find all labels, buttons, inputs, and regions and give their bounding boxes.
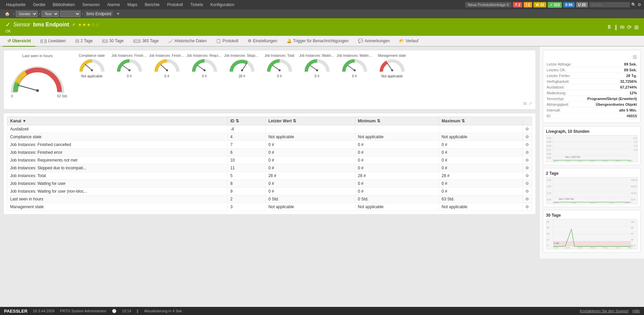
badge-critical[interactable]: !! 2	[513, 2, 523, 7]
th-maximum[interactable]: Maximum ⇅	[439, 117, 523, 125]
cell-max: 28 #	[439, 172, 523, 180]
svg-text:-0,2: -0,2	[634, 141, 637, 143]
tab-365tage[interactable]: 365 365 Tage	[128, 36, 164, 47]
30tage-badge: 30	[102, 39, 108, 43]
mail-icon[interactable]: ✉	[620, 24, 624, 30]
cell-kanal: Management state	[7, 203, 228, 211]
th-minimum[interactable]: Minimum ⇅	[355, 117, 439, 125]
svg-text:63 Std.: 63 Std.	[57, 94, 68, 98]
tab-uebersicht[interactable]: ↺ Übersicht	[3, 36, 35, 47]
cell-action[interactable]: ⚙	[523, 125, 532, 133]
row-link-icon[interactable]: ⚙	[525, 127, 529, 131]
tab-anmerkungen[interactable]: 💬 Anmerkungen	[353, 36, 395, 47]
pause-icon[interactable]: ⏸	[606, 24, 612, 30]
gauge-compliance: Compliance state Not applicable	[74, 54, 110, 78]
breadcrumb-sep1: ›	[13, 11, 15, 16]
cell-action[interactable]: ⚙	[523, 195, 532, 203]
cell-kanal: Job Instances: Requirements not met	[7, 156, 228, 164]
two-days-chart-section: 2 Tage 1,00 0,60 0,20 0,00 100,00 60,00 …	[543, 168, 641, 207]
row-link-icon[interactable]: ⚙	[525, 173, 529, 178]
cell-id: 6	[228, 149, 266, 156]
id-val: #6015	[626, 114, 637, 118]
value-select[interactable]	[60, 11, 80, 17]
info-verfuegbarkeit: Verfügbarkeit: 32,7256%	[547, 79, 637, 84]
cell-id: -4	[228, 125, 266, 133]
tab-2tage[interactable]: 2 2 Tage	[71, 36, 97, 47]
cell-action[interactable]: ⚙	[523, 133, 532, 141]
nav-bibliotheken[interactable]: Bibliotheken	[49, 1, 78, 8]
row-link-icon[interactable]: ⚙	[525, 135, 529, 139]
row-link-icon[interactable]: ⚙	[525, 166, 529, 170]
gauge-waiting-user: Job Instances: Waiting for user 0 #	[299, 54, 335, 78]
info-ausfallzeit: Ausfallzeit: 67,2744%	[547, 84, 637, 90]
search-icon[interactable]: 🔍	[631, 2, 636, 7]
nav-protokoll[interactable]: Protokoll	[164, 1, 186, 8]
search-input[interactable]	[589, 2, 630, 7]
nav-tickets[interactable]: Tickets	[187, 1, 207, 8]
tab-30tage[interactable]: 30 30 Tage	[97, 36, 128, 47]
row-link-icon[interactable]: ⚙	[525, 204, 529, 209]
protokoll-icon: 📋	[216, 39, 221, 43]
thirty-days-chart-svg: 60 50 30 20 0 100 80 60 40 0,00 17	[546, 219, 637, 249]
expand-icon[interactable]: ⤢	[529, 101, 532, 106]
tab-trigger[interactable]: 🔔 Trigger für Benachrichtigungen	[282, 36, 353, 47]
tab-einstellungen[interactable]: ⚙ Einstellungen	[243, 36, 282, 47]
tab-livedaten[interactable]: ((·)) Livedaten	[35, 36, 70, 47]
cell-action[interactable]: ⚙	[523, 156, 532, 164]
nav-berichte[interactable]: Berichte	[141, 1, 163, 8]
row-link-icon[interactable]: ⚙	[525, 197, 529, 201]
protokoll-button[interactable]: Neue Protokolleinträge 8	[465, 2, 511, 7]
cell-action[interactable]: ⚙	[523, 180, 532, 188]
geraete-select[interactable]: Geräte	[16, 11, 38, 17]
sensor-link-icon[interactable]: ↗	[72, 22, 75, 27]
row-link-icon[interactable]: ⚙	[525, 158, 529, 163]
cell-action[interactable]: ⚙	[523, 203, 532, 211]
grid-icon-info[interactable]: ⊞	[633, 54, 637, 60]
nav-hauptseite[interactable]: Hauptseite	[3, 1, 29, 8]
cell-min: 0 #	[355, 141, 439, 149]
nav-sensoren[interactable]: Sensoren	[79, 1, 103, 8]
row-link-icon[interactable]: ⚙	[525, 181, 529, 186]
resize-icon[interactable]: ⊞	[523, 101, 527, 106]
badge-warning[interactable]: W 20	[533, 2, 546, 7]
cell-action[interactable]: ⚙	[523, 141, 532, 149]
sensor-stars[interactable]: ★★★☆☆	[78, 22, 100, 27]
grid-icon[interactable]: ⊞	[634, 24, 639, 30]
cell-kanal: Job Instances: Waiting for user	[7, 180, 228, 188]
settings-icon[interactable]: ⚙	[638, 2, 641, 7]
th-id[interactable]: ID ⇅	[228, 117, 266, 125]
parallel-icon[interactable]: ∥	[615, 24, 617, 30]
tab-historisch[interactable]: 📈 Historische Daten	[164, 36, 212, 47]
table-row: Job Instances: Finished cancelled 7 0 # …	[7, 141, 532, 149]
badge-ok[interactable]: ✓ 322	[548, 2, 562, 8]
nav-konfiguration[interactable]: Konfiguration	[207, 1, 238, 8]
svg-text:60,00: 60,00	[631, 185, 637, 188]
row-link-icon[interactable]: ⚙	[525, 150, 529, 155]
svg-text:0 Std.: 0 Std.	[554, 242, 559, 244]
row-link-icon[interactable]: ⚙	[525, 189, 529, 194]
nav-geraete[interactable]: Geräte	[29, 1, 49, 8]
home-icon[interactable]: 🏠	[3, 11, 12, 17]
row-link-icon[interactable]: ⚙	[525, 142, 529, 147]
th-kanal[interactable]: Kanal ▼	[7, 117, 228, 125]
badge-unknown[interactable]: U 25	[576, 2, 588, 7]
svg-text:0: 0	[11, 94, 13, 98]
gauge-finished-canc-val: 0 #	[127, 74, 132, 78]
gauge-finished-err-label: Job Instances: Finished error	[149, 54, 185, 57]
tab-protokoll[interactable]: 📋 Protokoll	[211, 36, 243, 47]
badge-warning1[interactable]: ! 1	[524, 2, 532, 7]
refresh-icon[interactable]: ⟳	[627, 24, 631, 30]
nav-maps[interactable]: Maps	[124, 1, 141, 8]
th-letzt[interactable]: Letzter Wert ⇅	[265, 117, 355, 125]
tab-verlauf[interactable]: 📂 Verlauf	[395, 36, 423, 47]
cell-id: 7	[228, 141, 266, 149]
cell-action[interactable]: ⚙	[523, 164, 532, 172]
cell-letzt: 0 Std.	[265, 195, 355, 203]
badge-paused[interactable]: II 96	[563, 2, 574, 7]
cell-action[interactable]: ⚙	[523, 188, 532, 195]
breadcrumb-dropdown-icon[interactable]: ▼	[116, 11, 120, 16]
cell-action[interactable]: ⚙	[523, 172, 532, 180]
nav-alarme[interactable]: Alarme	[104, 1, 123, 8]
cell-action[interactable]: ⚙	[523, 149, 532, 156]
test-select[interactable]: Test	[42, 11, 59, 17]
